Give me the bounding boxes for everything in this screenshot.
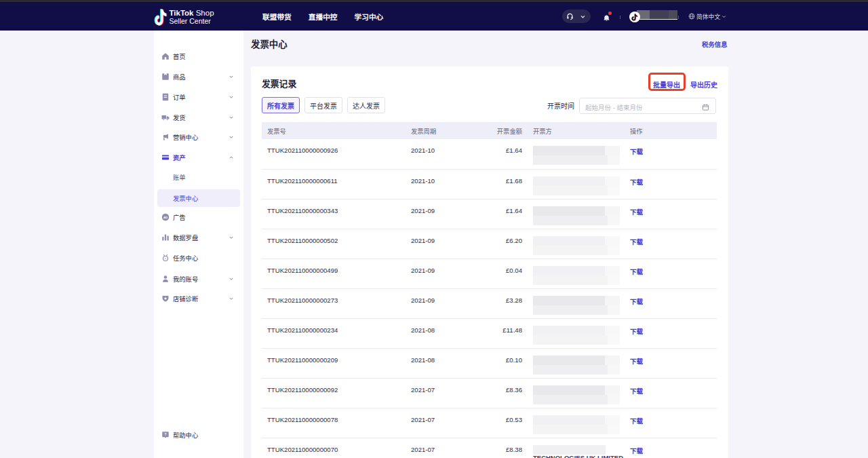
svg-text:AD: AD: [163, 216, 167, 219]
